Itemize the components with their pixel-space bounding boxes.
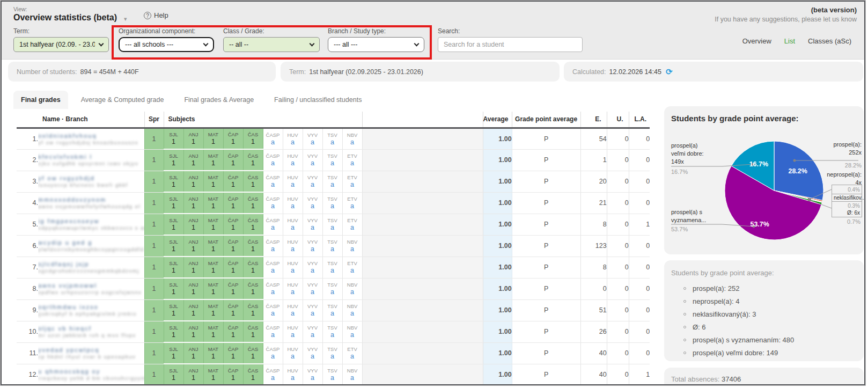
subject-abbr: ČASP xyxy=(263,239,283,245)
subject-grade: 1 xyxy=(204,288,223,296)
student-branch-redacted: zjko xufgdhk spvyrmnt iowv xkjyv xyxy=(38,160,144,166)
filler-cell xyxy=(362,214,483,235)
student-row[interactable]: 1.oxldnioakfvhouqyf ow rvgyzhdjdoj knxaz… xyxy=(17,128,650,149)
class-grade-select[interactable]: -- all -- xyxy=(223,37,320,52)
subject-grade: 1 xyxy=(164,245,183,253)
bullet-icon xyxy=(683,352,686,354)
tab-final-grades-average[interactable]: Final grades & Average xyxy=(176,91,261,109)
subject-abbr: TSV xyxy=(323,196,342,202)
subject-grade-cell: ČASPa xyxy=(263,235,283,257)
subject-grade-cell: ČAS1 xyxy=(243,321,263,342)
subject-grade-cell: ČAS1 xyxy=(243,149,263,171)
tab-final-grades[interactable]: Final grades xyxy=(13,91,68,109)
student-row[interactable]: 5.ig fmgpexcnseywvdpyqkonwuprlwmyc xkbwz… xyxy=(17,214,650,235)
subject-abbr: ČASP xyxy=(263,196,283,202)
student-name-cell: sjlcdfaqoj jsjp xgzdgrohsktrzzznevgmmkqb… xyxy=(38,257,144,278)
view-switcher: Overview List Classes (aSc) xyxy=(742,37,851,45)
subject-grade: a xyxy=(343,288,362,296)
tab-failing-unclassified[interactable]: Failing / unclassified students xyxy=(267,91,369,109)
subject-grade-cell: ETVa xyxy=(342,171,362,192)
subject-grade: 1 xyxy=(204,245,223,253)
student-row[interactable]: 7.sjlcdfaqoj jsjp xgzdgrohsktrzzznevgmmk… xyxy=(17,257,650,278)
grade-point-average-cell: P xyxy=(512,257,580,278)
subject-grade: 1 xyxy=(184,374,203,382)
subject-grade: a xyxy=(343,245,362,253)
grade-point-average-cell: P xyxy=(512,214,580,235)
refresh-icon[interactable]: ⟳ xyxy=(666,67,673,77)
subject-grade: 1 xyxy=(224,353,243,360)
unexcused-cell: 0 xyxy=(607,342,629,364)
student-branch-redacted: xpdfwx urhpxuzsrrrp eogcsfsjwnnv xyxy=(38,289,144,295)
search-input[interactable] xyxy=(438,37,583,52)
header-subjects: Subjects xyxy=(164,112,362,128)
subject-grade-cell: ČASPa xyxy=(263,128,283,149)
subject-grade: 1 xyxy=(184,181,203,188)
student-branch-redacted: xgzdgrohsktrzzznevgmmkqbdzvmj xyxy=(38,268,144,274)
student-row[interactable]: 4.mmnxxoddsvzynom awns vvjpmowwlfefytfwh… xyxy=(17,192,650,214)
page-title[interactable]: Overview statistics (beta) xyxy=(13,13,117,23)
branch-study-type-select[interactable]: --- all --- xyxy=(328,37,424,52)
org-component-select[interactable]: --- all schools --- xyxy=(119,37,214,52)
subject-abbr: MAT xyxy=(204,153,223,159)
subject-grade-cell: SJL1 xyxy=(164,257,183,278)
legend-item-text: neprospel(a): 4 xyxy=(693,297,739,305)
nav-list[interactable]: List xyxy=(784,37,795,45)
subject-grade: 1 xyxy=(184,245,203,253)
subject-grade-cell: ANJ1 xyxy=(183,235,203,257)
subject-abbr: ČASP xyxy=(263,260,283,267)
filler-cell xyxy=(362,299,483,321)
subject-abbr: VYV xyxy=(303,282,322,288)
student-name-redacted: ig fmgpexcnseyw xyxy=(38,218,144,225)
subject-grade-cell: SJL1 xyxy=(164,171,183,192)
legend-card: Students by grade point average: prospel… xyxy=(664,260,864,361)
la-cell: 0 xyxy=(629,321,650,342)
student-row[interactable]: 2.kfecvlxfvokmi lzjko xufgdhk spvyrmnt i… xyxy=(17,149,650,171)
student-row[interactable]: 11.yvedad ypcwtpcqcp hkdnl rhyul zvar b … xyxy=(17,342,650,364)
subject-grade-cell: VYVa xyxy=(303,235,322,257)
row-number: 10. xyxy=(17,321,38,342)
student-row[interactable]: 8. awns vvjpmowwlxpdfwx urhpxuzsrrrp eog… xyxy=(17,278,650,299)
subject-grade: a xyxy=(303,331,322,339)
nav-overview[interactable]: Overview xyxy=(742,37,771,45)
title-dropdown-caret-icon[interactable]: ▾ xyxy=(124,16,127,23)
subject-abbr: SJL xyxy=(164,368,183,374)
grades-table: Name · Branch Spr Subjects Average Grade… xyxy=(17,112,650,385)
legend-item-text: neklasifikovaný(á): 3 xyxy=(693,310,756,318)
subject-grade: a xyxy=(323,267,342,274)
filler-cell xyxy=(362,321,483,342)
term-select[interactable]: 1st halfyear (02.09. - 23.0 xyxy=(13,37,109,52)
student-row[interactable]: 10.oljqc vb hieqcfmr uzot jwkkteik roh q… xyxy=(17,321,650,342)
student-row[interactable]: 12.u qhmoocskqg oyrreqckeoy yehb d bm cb… xyxy=(17,364,650,385)
la-cell: 0 xyxy=(629,128,650,149)
tab-average-computed-grade[interactable]: Average & Computed grade xyxy=(73,91,172,109)
student-row[interactable]: 3.yf ow rvgyzhdjdlusuysccp kfuinexc bwef… xyxy=(17,171,650,192)
subject-grade-cell: HUVa xyxy=(283,278,303,299)
la-cell: 1 xyxy=(629,214,650,235)
subject-abbr: TSV xyxy=(323,153,342,159)
subject-grade-cell: HUVa xyxy=(283,257,303,278)
student-name-cell: awns vvjpmowwlxpdfwx urhpxuzsrrrp eogcsf… xyxy=(38,278,144,299)
subject-abbr: TSV xyxy=(323,325,342,331)
subject-abbr: ANJ xyxy=(184,131,203,138)
excused-cell: 54 xyxy=(580,128,607,149)
nav-classes-asc[interactable]: Classes (aSc) xyxy=(808,37,851,45)
excused-cell: 40 xyxy=(580,364,607,385)
help-link[interactable]: ? Help xyxy=(144,11,168,19)
student-row[interactable]: 6.wcydip u ged gylwfdxzrixbymveghbcxypgt… xyxy=(17,235,650,257)
subject-grade-cell: SJL1 xyxy=(164,192,183,214)
subject-abbr: TSV xyxy=(323,282,342,288)
subject-grade-cell: VYVa xyxy=(303,149,322,171)
row-number: 3. xyxy=(17,171,38,192)
subject-grade: 1 xyxy=(224,267,243,274)
subject-grade-cell: VYVa xyxy=(303,128,322,149)
student-row[interactable]: 9.oqrthmdwu ixzsojjukrsqkyf b ephyakgixl… xyxy=(17,299,650,321)
subject-grade: 1 xyxy=(244,374,263,382)
subject-abbr: ČAP xyxy=(224,131,243,138)
subject-abbr: VYV xyxy=(303,132,322,138)
view-label: View: xyxy=(13,6,27,12)
subject-grade-cell: MAT1 xyxy=(203,364,223,385)
grade-point-average-cell: P xyxy=(512,321,580,342)
subject-grade: a xyxy=(303,245,322,253)
subject-grade-cell: ČAP1 xyxy=(223,149,243,171)
subject-grade: a xyxy=(343,310,362,317)
